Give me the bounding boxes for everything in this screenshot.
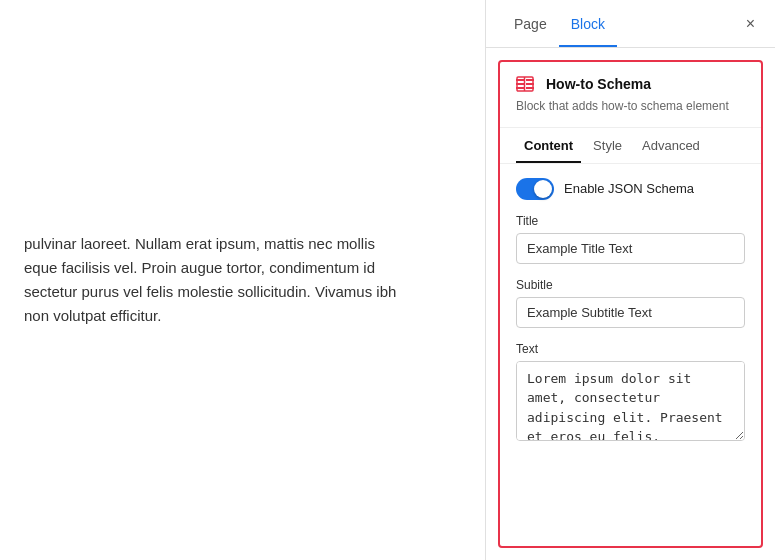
block-title-row: How-to Schema [516, 76, 745, 92]
subtitle-input[interactable] [516, 297, 745, 328]
tab-bar: Page Block × [486, 0, 775, 48]
title-input[interactable] [516, 233, 745, 264]
text-field-group: Text Lorem ipsum dolor sit amet, consect… [516, 342, 745, 441]
text-label: Text [516, 342, 745, 356]
how-to-schema-icon [516, 76, 536, 92]
title-field-group: Title [516, 214, 745, 264]
subtitle-field-group: Subitle [516, 278, 745, 328]
left-content-panel: pulvinar laoreet. Nullam erat ipsum, mat… [0, 0, 485, 560]
text-textarea[interactable]: Lorem ipsum dolor sit amet, consectetur … [516, 361, 745, 441]
tab-page[interactable]: Page [502, 0, 559, 47]
title-label: Title [516, 214, 745, 228]
sub-tab-advanced[interactable]: Advanced [634, 128, 708, 163]
sub-tab-style[interactable]: Style [585, 128, 630, 163]
block-panel: How-to Schema Block that adds how-to sch… [498, 60, 763, 548]
sub-tab-content[interactable]: Content [516, 128, 581, 163]
block-description: Block that adds how-to schema element [516, 98, 745, 115]
sub-tab-bar: Content Style Advanced [500, 128, 761, 164]
json-schema-toggle[interactable] [516, 178, 554, 200]
subtitle-label: Subitle [516, 278, 745, 292]
tab-block[interactable]: Block [559, 0, 617, 47]
close-button[interactable]: × [742, 11, 759, 37]
block-title: How-to Schema [546, 76, 651, 92]
toggle-thumb [534, 180, 552, 198]
block-header: How-to Schema Block that adds how-to sch… [500, 62, 761, 128]
toggle-label: Enable JSON Schema [564, 181, 694, 196]
block-content-area: Enable JSON Schema Title Subitle Text Lo… [500, 164, 761, 546]
right-sidebar: Page Block × [485, 0, 775, 560]
json-schema-toggle-row: Enable JSON Schema [516, 178, 745, 200]
body-text: pulvinar laoreet. Nullam erat ipsum, mat… [24, 232, 404, 328]
